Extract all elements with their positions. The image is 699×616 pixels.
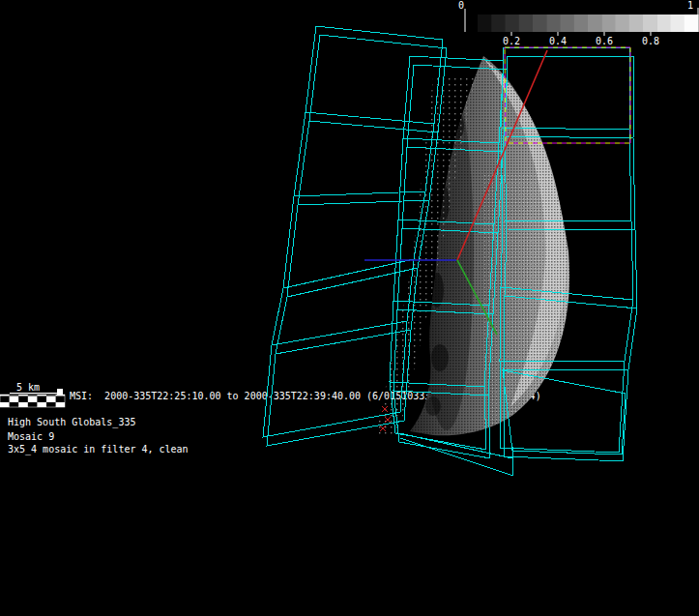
colorbar-step bbox=[519, 15, 534, 32]
footprint-outline bbox=[283, 191, 425, 288]
colorbar-step bbox=[506, 15, 520, 32]
colorbar-step bbox=[491, 15, 506, 32]
colorbar-step bbox=[684, 15, 699, 32]
scalebar-underline bbox=[10, 393, 57, 394]
colorbar-step bbox=[601, 15, 616, 32]
mosaic-display-window: 0 1 0.2 0.4 0.6 0.8 5 km MSI: 2000-335T2… bbox=[0, 0, 699, 616]
footprint-edge bbox=[400, 438, 513, 476]
colorbar-step bbox=[478, 15, 492, 32]
colorbar-step bbox=[616, 15, 630, 32]
display-canvas[interactable] bbox=[0, 0, 699, 616]
scalebar-checkerboard bbox=[0, 395, 65, 407]
colorbar-step bbox=[629, 15, 644, 32]
colorbar-tick-mark bbox=[511, 32, 512, 36]
footprint-outline-smear bbox=[309, 35, 447, 132]
colorbar-tick-mark bbox=[651, 32, 652, 36]
colorbar-step bbox=[588, 15, 602, 32]
colorbar-step bbox=[533, 15, 547, 32]
asteroid-texture bbox=[382, 48, 585, 445]
footprint-outline bbox=[294, 112, 434, 196]
colorbar-tick-mark bbox=[558, 32, 559, 36]
colorbar-step bbox=[561, 15, 575, 32]
colorbar-step bbox=[671, 15, 685, 32]
colorbar bbox=[465, 8, 699, 36]
colorbar-step bbox=[643, 15, 657, 32]
colorbar-step bbox=[546, 15, 561, 32]
colorbar-tick-mark bbox=[604, 32, 605, 36]
colorbar-step bbox=[656, 15, 671, 32]
footprint-outline-smear bbox=[298, 121, 438, 205]
colorbar-step bbox=[574, 15, 589, 32]
scalebar bbox=[0, 389, 65, 407]
footprint-edge bbox=[399, 433, 512, 458]
